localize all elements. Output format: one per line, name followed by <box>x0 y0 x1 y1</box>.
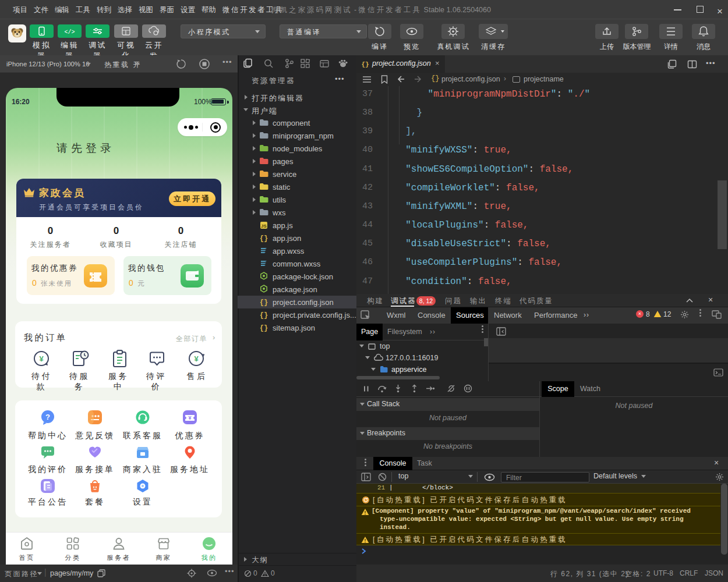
svg-text:¥: ¥ <box>39 354 44 363</box>
svg-text:</>: </> <box>64 29 75 36</box>
svg-text:{}: {} <box>260 324 268 332</box>
svg-text:JS: JS <box>261 223 267 229</box>
svg-text:¥: ¥ <box>188 415 191 421</box>
svg-text:{}: {} <box>260 311 268 320</box>
svg-text:{}: {} <box>260 299 268 307</box>
svg-text:{}: {} <box>260 235 268 243</box>
svg-text:{}: {} <box>361 61 369 68</box>
svg-text:?: ? <box>45 413 50 421</box>
svg-text:¥: ¥ <box>194 354 199 363</box>
